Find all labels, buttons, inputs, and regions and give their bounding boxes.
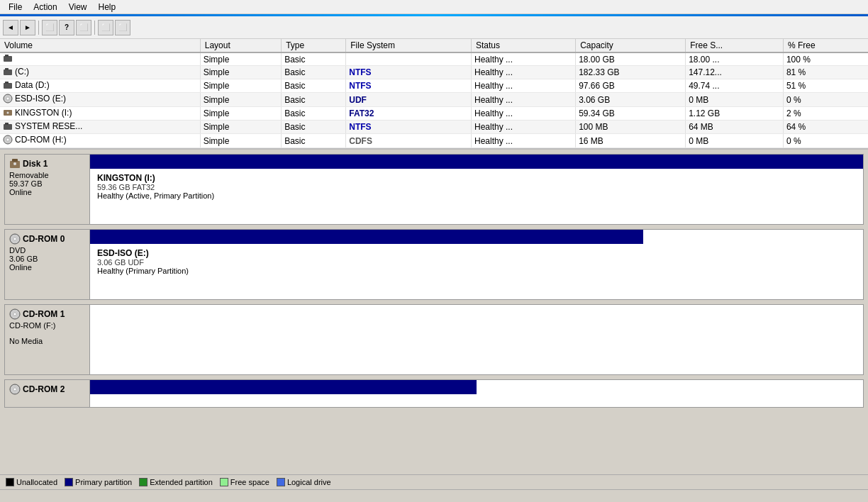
usb-icon [9, 158, 21, 169]
menu-help[interactable]: Help [93, 1, 122, 13]
cell-layout: Simple [200, 79, 281, 93]
table-row[interactable]: (C:) Simple Basic NTFS Healthy ... 182.3… [0, 66, 868, 79]
cell-volume: CD-ROM (H:) [0, 134, 200, 148]
cdrom-0-partition-info[interactable]: ESD-ISO (E:) 3.06 GB UDF Healthy (Primar… [90, 244, 643, 299]
menu-action[interactable]: Action [28, 1, 62, 13]
cell-volume: (C:) [0, 66, 200, 79]
cell-fs: NTFS [346, 79, 472, 93]
cell-status: Healthy ... [472, 93, 576, 107]
cdrom-0-icon [9, 233, 21, 245]
cell-status: Healthy ... [472, 134, 576, 148]
table-row[interactable]: KINGSTON (I:) Simple Basic FAT32 Healthy… [0, 107, 868, 121]
col-filesystem[interactable]: File System [346, 39, 472, 52]
toolbar-btn-4[interactable]: ⬜ [98, 20, 113, 35]
disk-1-partition-info[interactable]: KINGSTON (I:) 59.36 GB FAT32 Healthy (Ac… [90, 169, 863, 224]
cell-capacity: 97.66 GB [576, 79, 686, 93]
svg-point-18 [13, 238, 16, 240]
cell-type: Basic [282, 107, 346, 121]
cdrom-0-state: Online [9, 263, 85, 272]
table-row[interactable]: CD-ROM (H:) Simple Basic CDFS Healthy ..… [0, 134, 868, 148]
cdrom-2-container: CD-ROM 2 [4, 379, 864, 408]
disk-1-state: Online [9, 188, 85, 196]
cell-status: Healthy ... [472, 107, 576, 121]
cell-pct: 51 % [783, 79, 868, 93]
disk-1-name: Disk 1 [23, 159, 48, 169]
col-capacity[interactable]: Capacity [576, 39, 686, 52]
toolbar-separator-1 [38, 21, 39, 35]
col-volume[interactable]: Volume [0, 39, 200, 52]
cell-volume: Data (D:) [0, 79, 200, 93]
toolbar-btn-1[interactable]: ⬜ [42, 20, 57, 35]
table-row[interactable]: Simple Basic Healthy ... 18.00 GB 18.00 … [0, 52, 868, 66]
cell-status: Healthy ... [472, 66, 576, 79]
svg-rect-10 [4, 124, 12, 130]
menu-file[interactable]: File [3, 1, 28, 13]
cdrom-0-label: CD-ROM 0 DVD 3.06 GB Online [5, 230, 90, 299]
cell-layout: Simple [200, 93, 281, 107]
cell-layout: Simple [200, 66, 281, 79]
col-free[interactable]: Free S... [686, 39, 784, 52]
svg-rect-4 [4, 83, 12, 89]
cell-volume: ESD-ISO (E:) [0, 93, 200, 107]
toolbar-btn-5[interactable]: ⬜ [115, 20, 130, 35]
cell-type: Basic [282, 121, 346, 134]
cdrom-0-partition-name: ESD-ISO (E:) [97, 248, 636, 258]
col-layout[interactable]: Layout [200, 39, 281, 52]
cdrom-2-bar [90, 380, 477, 394]
cell-layout: Simple [200, 52, 281, 66]
cdrom-2-icon [9, 384, 21, 395]
disk-1-visual: KINGSTON (I:) 59.36 GB FAT32 Healthy (Ac… [90, 155, 863, 224]
table-row[interactable]: SYSTEM RESE... Simple Basic NTFS Healthy… [0, 121, 868, 134]
cdrom-0-partition-status: Healthy (Primary Partition) [97, 267, 636, 275]
cell-type: Basic [282, 52, 346, 66]
cell-fs: FAT32 [346, 107, 472, 121]
col-type[interactable]: Type [282, 39, 346, 52]
menu-view[interactable]: View [63, 1, 93, 13]
legend-free: Free space [220, 478, 269, 486]
col-pct[interactable]: % Free [783, 39, 868, 52]
toolbar-forward[interactable]: ► [20, 20, 35, 35]
cell-pct: 100 % [783, 52, 868, 66]
volume-table: Volume Layout Type File System Status Ca… [0, 39, 868, 148]
cdrom-1-state: No Media [9, 337, 85, 345]
svg-rect-3 [5, 68, 9, 70]
disk-1-label: Disk 1 Removable 59.37 GB Online [5, 155, 90, 224]
toolbar-back[interactable]: ◄ [3, 20, 18, 35]
cdrom-1-visual [90, 305, 863, 374]
cell-type: Basic [282, 66, 346, 79]
cell-pct: 64 % [783, 121, 868, 134]
cdrom-1-type: CD-ROM (F:) [9, 321, 85, 330]
disk-1-partition-name: KINGSTON (I:) [97, 173, 856, 183]
cell-layout: Simple [200, 107, 281, 121]
disk-visual-area: Disk 1 Removable 59.37 GB Online KINGSTO… [0, 150, 868, 474]
cell-fs [346, 52, 472, 66]
volume-table-container: Volume Layout Type File System Status Ca… [0, 39, 868, 150]
cdrom-2-name: CD-ROM 2 [23, 384, 65, 394]
cell-free: 18.00 ... [686, 52, 784, 66]
toolbar-separator-2 [94, 21, 95, 35]
toolbar-btn-3[interactable]: ⬜ [76, 20, 91, 35]
svg-rect-15 [12, 159, 18, 162]
legend-bar: Unallocated Primary partition Extended p… [0, 474, 868, 489]
cdrom-0-visual: ESD-ISO (E:) 3.06 GB UDF Healthy (Primar… [90, 230, 643, 299]
svg-point-7 [6, 97, 9, 100]
cell-type: Basic [282, 79, 346, 93]
cell-capacity: 182.33 GB [576, 66, 686, 79]
cell-free: 1.12 GB [686, 107, 784, 121]
cell-pct: 81 % [783, 66, 868, 79]
table-row[interactable]: ESD-ISO (E:) Simple Basic UDF Healthy ..… [0, 93, 868, 107]
cdrom-0-type: DVD [9, 246, 85, 255]
menubar: File Action View Help [0, 0, 868, 14]
col-status[interactable]: Status [472, 39, 576, 52]
cdrom-1-name: CD-ROM 1 [23, 309, 65, 319]
toolbar-btn-2[interactable]: ? [59, 20, 74, 35]
cdrom-0-size: 3.06 GB [9, 255, 85, 263]
toolbar: ◄ ► ⬜ ? ⬜ ⬜ ⬜ [0, 16, 868, 39]
disk-1-partition-detail: 59.36 GB FAT32 [97, 183, 856, 191]
cell-capacity: 16 MB [576, 134, 686, 148]
cell-layout: Simple [200, 121, 281, 134]
table-row[interactable]: Data (D:) Simple Basic NTFS Healthy ... … [0, 79, 868, 93]
cell-layout: Simple [200, 134, 281, 148]
cell-capacity: 100 MB [576, 121, 686, 134]
cell-status: Healthy ... [472, 121, 576, 134]
